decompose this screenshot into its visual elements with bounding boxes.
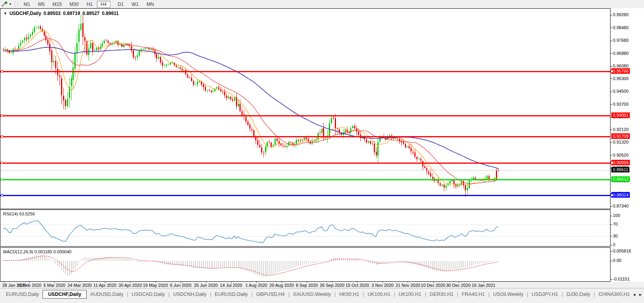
date-label: 19 May 2020 (143, 283, 168, 288)
timeframe-button-h1[interactable]: H1 (83, 1, 96, 8)
timeframe-button-w1[interactable]: W1 (128, 1, 142, 8)
date-label: 6 Jun 2020 (170, 283, 191, 288)
rsi-panel: RSI(14) 63.5256 (0, 209, 611, 247)
tool-dropdown-caret-icon[interactable]: ▼ (9, 2, 12, 6)
date-label: 15 Oct 2020 (345, 283, 369, 288)
date-label: 11 Apr 2020 (93, 283, 117, 288)
price-axis: 0.992800.984800.976800.968800.960800.953… (611, 8, 644, 282)
date-label: 14 Jul 2020 (220, 283, 242, 288)
date-label: 3 Nov 2020 (371, 283, 393, 288)
draw-line-tool-icon[interactable] (2, 1, 8, 7)
date-label: 25 Jun 2020 (194, 283, 218, 288)
timeframe-toolbar: ▼ M1M5M15M30H1H4D1W1MN (0, 0, 644, 8)
date-label: 15 Feb 2020 (17, 283, 41, 288)
price-tick: 0.90520 (611, 153, 629, 157)
price-tick: 0.93700 (611, 102, 629, 107)
chart-tab-uk100-h1[interactable]: UK100,H1 (395, 290, 425, 298)
rsi-tick: 70 (611, 222, 618, 226)
timeframe-button-m1[interactable]: M1 (20, 1, 34, 8)
timeframe-button-m30[interactable]: M30 (66, 1, 82, 8)
timeframe-button-m15[interactable]: M15 (49, 1, 65, 8)
price-tick: 0.95300 (611, 76, 629, 81)
one-click-trading-toggle-icon[interactable]: ▼ (4, 11, 7, 15)
timeframe-button-m5[interactable]: M5 (35, 1, 48, 8)
chart-tab-xauusd-weekly[interactable]: XAUUSD,Weekly (290, 290, 334, 298)
timeframe-button-d1[interactable]: D1 (114, 1, 127, 8)
chart-tab-ger30-h1[interactable]: GER30,H1 (426, 290, 457, 298)
rsi-label: RSI(14) 63.5256 (3, 211, 35, 216)
price-tick: 0.94500 (611, 89, 629, 94)
price-tick: 0.98480 (611, 25, 629, 30)
price-tick: 0.99280 (611, 12, 629, 17)
chart-tab-usoil-weekly[interactable]: USOil,Weekly (490, 290, 527, 298)
tab-scroll-left-icon[interactable]: ◄ (632, 292, 636, 297)
macd-label: MACD(12,26,9) 0.001185 0.000040 (3, 249, 71, 254)
rsi-tick: 100 (611, 213, 620, 218)
chart-tab-bar: EURUSD,DailyUSDCHF,DailyAUDUSD,Daily|USD… (0, 288, 644, 303)
timeframe-buttons: M1M5M15M30H1H4D1W1MN (20, 0, 158, 7)
chart-tab-china300-h1[interactable]: CHINA300,H1 (595, 290, 633, 298)
chart-tab-usdcnh-daily[interactable]: USDCNH,Daily (169, 290, 210, 298)
price-tick: 0.87340 (611, 204, 629, 208)
rsi-tick: 30 (611, 234, 618, 238)
main-chart-panel: ▼ USDCHF,Daily 0.89553 0.89719 0.89527 0… (0, 8, 611, 209)
price-tick: 0.96880 (611, 51, 629, 56)
chart-tab-eurusd-daily[interactable]: EURUSD,Daily (2, 290, 43, 298)
price-level-badge: 0.89611 (611, 167, 629, 172)
tab-scroll-controls: ◄ ► (631, 289, 644, 299)
date-label: 5 Mar 2020 (43, 283, 65, 288)
price-level-badge: 0.90055 (611, 160, 630, 165)
chart-tab-eurusd-daily[interactable]: EURUSD,Daily (211, 290, 251, 298)
price-level-badge: 0.93001 (611, 112, 630, 118)
macd-panel: MACD(12,26,9) 0.001185 0.000040 (0, 247, 611, 282)
rsi-tick: 0 (611, 242, 615, 247)
date-label: 10 Dec 2020 (421, 283, 445, 288)
date-label: 8 Sep 2020 (296, 283, 318, 288)
ohlc-high: 0.89719 (63, 11, 80, 16)
date-label: 1 Aug 2020 (245, 283, 267, 288)
chart-symbol-label: USDCHF,Daily (9, 11, 41, 16)
macd-canvas[interactable] (0, 248, 610, 281)
timeframe-button-mn[interactable]: MN (143, 1, 158, 8)
chart-tab-usdcad-daily[interactable]: USDCAD,Daily (128, 290, 168, 298)
price-level-badge: 0.88024 (611, 192, 630, 198)
date-label: 20 Aug 2020 (269, 283, 294, 288)
date-label: 21 Nov 2020 (395, 283, 420, 288)
macd-tick: 0.00 (611, 258, 621, 263)
tab-scroll-right-icon[interactable]: ► (638, 292, 642, 297)
price-tick: 0.97680 (611, 38, 629, 43)
price-level-badge: 0.95766 (611, 68, 630, 74)
ohlc-close: 0.89611 (102, 11, 119, 16)
date-label: 26 Sep 2020 (320, 283, 344, 288)
timeframe-button-h4[interactable]: H4 (97, 1, 110, 8)
chart-tab-fra40-h1[interactable]: FRA40,H1 (458, 290, 488, 298)
ohlc-low: 0.89527 (82, 11, 99, 16)
chart-tab-hk50-h1[interactable]: HK50,H1 (336, 290, 363, 298)
trading-platform-window: ▼ M1M5M15M30H1H4D1W1MN ▼ USDCHF,Daily 0.… (0, 0, 644, 303)
ohlc-open: 0.89553 (44, 11, 61, 16)
price-tick: 0.96080 (611, 64, 629, 68)
date-label: 24 Mar 2020 (67, 283, 92, 288)
date-label: 19 Jan 2021 (471, 283, 496, 288)
chart-tab-uk100-h1[interactable]: UK100,H1 (364, 290, 394, 298)
chart-tab-dj30-daily[interactable]: DJ30,Daily (563, 290, 594, 298)
chart-ohlc-title: ▼ USDCHF,Daily 0.89553 0.89719 0.89527 0… (4, 11, 119, 16)
price-tick: 0.91320 (611, 140, 629, 144)
chart-tab-audusd-daily[interactable]: AUDUSD,Daily (87, 290, 127, 298)
rsi-canvas[interactable] (0, 210, 610, 246)
price-chart-canvas[interactable] (0, 9, 610, 209)
date-label: 30 Apr 2020 (119, 283, 142, 288)
chart-tab-gbpusd-h4[interactable]: GBPUSD,H4 (252, 290, 288, 298)
chart-tabs: EURUSD,DailyUSDCHF,DailyAUDUSD,Daily|USD… (0, 289, 644, 299)
chart-tab-usdjpy-h1[interactable]: USDJPY,H1 (528, 290, 562, 298)
price-tick: 0.92120 (611, 127, 629, 132)
price-level-badge: 0.89012 (611, 176, 630, 182)
macd-tick: -0.01151 (611, 277, 630, 281)
chart-tab-usdchf-daily[interactable]: USDCHF,Daily (43, 290, 87, 299)
date-label: 30 Dec 2020 (446, 283, 470, 288)
date-axis: 28 Jan 202015 Feb 20205 Mar 202024 Mar 2… (0, 282, 611, 288)
toolbar-grip[interactable] (15, 1, 18, 7)
price-level-badge: 0.91709 (611, 133, 630, 139)
macd-tick: 0.005818 (611, 249, 631, 253)
